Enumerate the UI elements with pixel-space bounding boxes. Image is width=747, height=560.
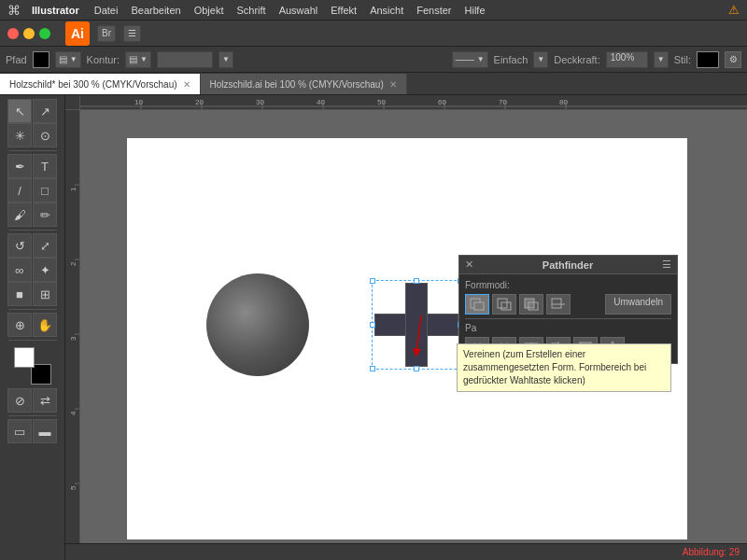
close-button[interactable] bbox=[7, 28, 19, 39]
tab-label-2: Holzschild.ai bei 100 % (CMYK/Vorschau) bbox=[210, 79, 384, 90]
stil-swatch[interactable] bbox=[697, 51, 719, 68]
ruler-horizontal: // Ruler ticks drawn inline 10 20 30 40 bbox=[80, 95, 747, 110]
screen-mode-btn2[interactable]: ▬ bbox=[33, 419, 57, 443]
tab-bar: Holzschild* bei 300 % (CMYK/Vorschau) ✕ … bbox=[0, 73, 747, 95]
path-label: Pfad bbox=[6, 54, 27, 65]
umwandeln-button[interactable]: Umwandeln bbox=[605, 294, 671, 315]
gradient-tool[interactable]: ■ bbox=[7, 282, 32, 306]
settings-icon[interactable]: ⚙ bbox=[725, 51, 741, 68]
screen-mode-btn[interactable]: ▭ bbox=[7, 419, 32, 443]
pathfinder-tooltip: Vereinen (zum Erstellen einer zusammenge… bbox=[457, 343, 671, 392]
bridge-btn[interactable]: Br bbox=[97, 25, 116, 42]
minimize-button[interactable] bbox=[23, 28, 35, 39]
menu-bearbeiten[interactable]: Bearbeiten bbox=[131, 5, 180, 16]
stil-label: Stil: bbox=[674, 54, 691, 65]
hand-tool[interactable]: ✋ bbox=[33, 313, 57, 337]
canvas[interactable]: ✕ Pathfinder ☰ Formmodi: bbox=[80, 110, 747, 560]
fill-icon: ▤ bbox=[59, 54, 67, 64]
ruler-vertical: 1 2 3 4 5 bbox=[65, 110, 80, 560]
kontur-dropdown[interactable]: ▤ ▼ bbox=[125, 51, 151, 68]
swap-colors-btn[interactable]: ⇄ bbox=[33, 388, 57, 413]
menu-fenster[interactable]: Fenster bbox=[416, 5, 451, 16]
line-tool[interactable]: / bbox=[7, 178, 32, 203]
tooltip-text: Vereinen (zum Erstellen einer zusammenge… bbox=[463, 349, 646, 385]
zoom-tool[interactable]: ⊕ bbox=[7, 313, 32, 337]
scale-tool[interactable]: ⤢ bbox=[33, 233, 57, 258]
einfach-dropdown[interactable]: ▼ bbox=[533, 51, 548, 68]
svg-text:10: 10 bbox=[134, 98, 143, 106]
handle-bl[interactable] bbox=[370, 366, 375, 371]
fill-swatch[interactable] bbox=[33, 51, 49, 68]
panel-menu-icon[interactable]: ☰ bbox=[662, 259, 671, 271]
foreground-color-swatch[interactable] bbox=[14, 347, 35, 368]
formmodi-btn-2[interactable] bbox=[492, 294, 516, 315]
formmodi-label: Formmodi: bbox=[465, 280, 671, 290]
menu-items: Datei Bearbeiten Objekt Schrift Auswahl … bbox=[94, 5, 486, 16]
tool-row-4: / □ bbox=[7, 178, 57, 203]
svg-text:1: 1 bbox=[69, 187, 78, 191]
menu-bar: ⌘ Illustrator Datei Bearbeiten Objekt Sc… bbox=[0, 0, 747, 21]
magic-wand-tool[interactable]: ✳ bbox=[7, 123, 32, 147]
svg-rect-32 bbox=[498, 299, 507, 308]
stroke-style-arrow: ▼ bbox=[477, 55, 485, 63]
direct-select-tool[interactable]: ↗ bbox=[33, 99, 57, 123]
pen-tool[interactable]: ✒ bbox=[7, 154, 32, 178]
menu-objekt[interactable]: Objekt bbox=[194, 5, 224, 16]
pencil-tool[interactable]: ✏ bbox=[33, 203, 57, 227]
apple-menu[interactable]: ⌘ bbox=[7, 3, 21, 18]
handle-tc[interactable] bbox=[414, 278, 419, 284]
eyedropper-tool[interactable]: ✦ bbox=[33, 258, 57, 282]
maximize-button[interactable] bbox=[39, 28, 50, 39]
tool-row-1: ↖ ↗ bbox=[7, 99, 57, 123]
formmodi-btn-4[interactable] bbox=[546, 294, 571, 315]
menu-ansicht[interactable]: Ansicht bbox=[370, 5, 403, 16]
color-swatches bbox=[14, 347, 51, 385]
tool-row-11: ▭ ▬ bbox=[7, 419, 57, 443]
fill-dropdown[interactable]: ▤ ▼ bbox=[55, 51, 81, 68]
type-tool[interactable]: T bbox=[33, 154, 57, 178]
stroke-width-input[interactable] bbox=[157, 51, 213, 68]
stroke-width-arrow: ▼ bbox=[222, 55, 230, 63]
stroke-style-dropdown[interactable]: —— ▼ bbox=[452, 51, 488, 68]
menu-hilfe[interactable]: Hilfe bbox=[465, 5, 486, 16]
none-btn[interactable]: ⊘ bbox=[7, 388, 32, 413]
tool-row-7: ∞ ✦ bbox=[7, 258, 57, 282]
tab-holzschild-100[interactable]: Holzschild.ai bei 100 % (CMYK/Vorschau) … bbox=[201, 74, 407, 94]
blend-tool[interactable]: ∞ bbox=[7, 258, 32, 282]
fill-arrow: ▼ bbox=[70, 55, 78, 63]
menu-effekt[interactable]: Effekt bbox=[331, 5, 357, 16]
tool-divider-5 bbox=[8, 415, 57, 416]
circle-shape[interactable] bbox=[206, 273, 309, 376]
tab-label-1: Holzschild* bei 300 % (CMYK/Vorschau) bbox=[9, 79, 177, 90]
tool-row-8: ■ ⊞ bbox=[7, 282, 57, 306]
handle-tl[interactable] bbox=[370, 278, 375, 284]
rect-tool[interactable]: □ bbox=[33, 178, 57, 203]
selection-tool[interactable]: ↖ bbox=[7, 99, 32, 123]
menu-datei[interactable]: Datei bbox=[94, 5, 119, 16]
main-area: ↖ ↗ ✳ ⊙ ✒ T / □ 🖌 ✏ ↺ ⤢ ∞ ✦ ■ bbox=[0, 95, 747, 560]
arrange-btn[interactable]: ☰ bbox=[123, 25, 141, 42]
tab-holzschild-300[interactable]: Holzschild* bei 300 % (CMYK/Vorschau) ✕ bbox=[0, 74, 201, 94]
paintbrush-tool[interactable]: 🖌 bbox=[7, 203, 32, 227]
deckkraft-dropdown[interactable]: ▼ bbox=[654, 51, 669, 68]
menu-schrift[interactable]: Schrift bbox=[236, 5, 265, 16]
menu-auswahl[interactable]: Auswahl bbox=[279, 5, 318, 16]
panel-close-icon[interactable]: ✕ bbox=[465, 259, 473, 271]
formmodi-btn-1[interactable] bbox=[465, 294, 489, 315]
stroke-width-dropdown[interactable]: ▼ bbox=[218, 51, 233, 68]
tool-row-3: ✒ T bbox=[7, 154, 57, 178]
tool-row-10: ⊘ ⇄ bbox=[7, 388, 57, 413]
deckkraft-input[interactable]: 100% bbox=[606, 51, 648, 68]
svg-text:40: 40 bbox=[317, 98, 325, 106]
tab-close-2[interactable]: ✕ bbox=[389, 79, 397, 90]
rotate-tool[interactable]: ↺ bbox=[7, 233, 32, 258]
selection-box bbox=[372, 280, 461, 370]
lasso-tool[interactable]: ⊙ bbox=[33, 123, 57, 147]
mesh-tool[interactable]: ⊞ bbox=[33, 282, 57, 306]
warning-icon: ⚠ bbox=[728, 3, 740, 17]
tab-close-1[interactable]: ✕ bbox=[183, 79, 190, 90]
formmodi-btn-3[interactable] bbox=[519, 294, 543, 315]
tool-row-2: ✳ ⊙ bbox=[7, 123, 57, 147]
handle-ml[interactable] bbox=[370, 322, 375, 328]
handle-bc[interactable] bbox=[414, 366, 419, 371]
